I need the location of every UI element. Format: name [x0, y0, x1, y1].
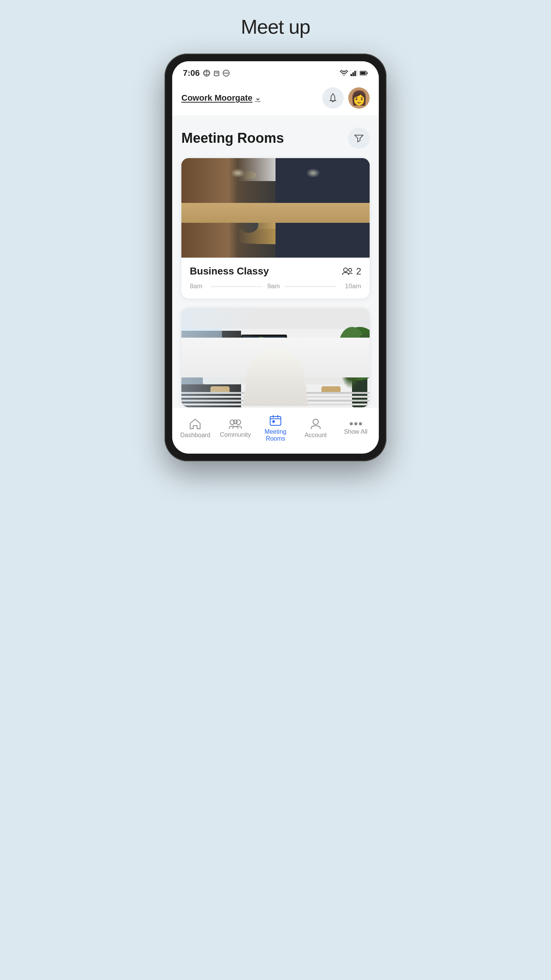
section-title: Meeting Rooms — [181, 130, 284, 146]
phone-screen: 7:06 — [172, 61, 379, 454]
nav-item-meeting-rooms[interactable]: Meeting Rooms — [256, 415, 296, 442]
svg-rect-6 — [350, 74, 352, 76]
room-capacity-1: 2 — [342, 266, 361, 277]
svg-point-29 — [302, 172, 318, 179]
svg-rect-39 — [181, 308, 222, 384]
svg-point-76 — [354, 422, 357, 425]
svg-rect-69 — [270, 416, 281, 425]
nav-label-dashboard: Dashboard — [180, 432, 210, 439]
nav-icons — [322, 87, 370, 109]
workspace-selector[interactable]: Cowork Moorgate ⌄ — [181, 93, 261, 103]
svg-point-77 — [359, 422, 362, 425]
status-bar: 7:06 — [172, 61, 379, 82]
svg-point-61 — [356, 333, 370, 367]
nav-label-show-all: Show All — [344, 428, 367, 435]
more-icon — [349, 421, 363, 426]
notification-button[interactable] — [322, 87, 344, 109]
calendar-icon — [269, 415, 282, 426]
svg-rect-63 — [181, 396, 370, 398]
svg-rect-37 — [181, 308, 370, 407]
do-not-disturb-icon — [223, 70, 230, 77]
svg-point-68 — [233, 420, 237, 424]
svg-rect-22 — [333, 158, 341, 258]
main-content: Meeting Rooms — [172, 116, 379, 407]
svg-rect-73 — [272, 420, 275, 423]
nav-item-account[interactable]: Account — [295, 418, 336, 439]
svg-rect-50 — [249, 386, 268, 394]
battery-icon — [360, 70, 368, 76]
signal-icon — [350, 70, 357, 76]
svg-point-55 — [256, 337, 266, 346]
room-image-1 — [181, 158, 370, 258]
svg-rect-48 — [302, 348, 321, 356]
app-title: Meet up — [241, 15, 310, 38]
svg-point-36 — [349, 268, 352, 271]
svg-point-31 — [239, 217, 258, 233]
svg-point-74 — [313, 419, 318, 425]
phone-device: 7:06 — [165, 54, 386, 461]
sim-icon — [214, 70, 220, 77]
user-avatar-button[interactable] — [348, 87, 370, 109]
svg-rect-58 — [352, 365, 367, 407]
svg-rect-38 — [181, 331, 241, 407]
bottom-nav: Dashboard Community — [172, 407, 379, 454]
user-avatar — [348, 87, 370, 109]
nav-item-dashboard[interactable]: Dashboard — [175, 418, 215, 439]
svg-rect-56 — [276, 344, 285, 355]
svg-rect-26 — [214, 214, 337, 237]
room-card-2[interactable] — [181, 308, 370, 407]
svg-rect-17 — [203, 162, 222, 254]
svg-rect-42 — [243, 336, 285, 363]
room-info-1: Business Classy 2 — [181, 258, 370, 299]
svg-rect-65 — [181, 403, 370, 405]
workspace-name: Cowork Moorgate — [181, 93, 253, 103]
svg-point-54 — [253, 338, 269, 350]
account-icon — [310, 418, 321, 430]
filter-button[interactable] — [348, 127, 370, 149]
svg-point-33 — [312, 217, 331, 233]
svg-rect-51 — [287, 386, 306, 394]
svg-point-59 — [339, 327, 370, 381]
chevron-down-icon: ⌄ — [255, 94, 261, 102]
svg-point-30 — [220, 217, 239, 233]
svg-rect-11 — [360, 72, 366, 75]
nav-item-community[interactable]: Community — [215, 418, 256, 438]
svg-point-32 — [293, 217, 312, 233]
nav-label-account: Account — [305, 432, 327, 439]
room-card-1[interactable]: Business Classy 2 — [181, 158, 370, 299]
svg-point-60 — [339, 327, 365, 365]
time-mid-1: 9am — [264, 283, 283, 290]
nav-label-meeting-rooms: Meeting Rooms — [256, 428, 296, 442]
svg-rect-7 — [352, 72, 354, 76]
section-header: Meeting Rooms — [181, 127, 370, 149]
svg-rect-53 — [256, 344, 266, 355]
svg-rect-40 — [181, 308, 370, 329]
svg-rect-62 — [181, 392, 370, 394]
svg-rect-14 — [181, 158, 370, 181]
svg-point-28 — [241, 172, 256, 179]
svg-rect-20 — [302, 158, 310, 258]
community-icon — [228, 418, 242, 429]
svg-rect-16 — [181, 162, 199, 254]
svg-rect-23 — [348, 158, 356, 258]
time-end-1: 10am — [338, 283, 361, 290]
svg-rect-3 — [217, 72, 218, 74]
svg-point-57 — [273, 339, 287, 350]
home-icon — [189, 418, 201, 430]
status-time: 7:06 — [183, 68, 200, 78]
svg-rect-9 — [356, 70, 357, 76]
svg-rect-45 — [210, 348, 230, 356]
svg-rect-15 — [181, 158, 233, 258]
svg-rect-19 — [287, 158, 295, 258]
nav-label-community: Community — [220, 431, 251, 438]
filter-icon — [354, 134, 364, 143]
svg-rect-44 — [203, 377, 348, 384]
status-icons-right — [340, 70, 368, 76]
wifi-icon — [340, 70, 348, 76]
data-icon — [203, 70, 210, 77]
svg-rect-2 — [215, 72, 217, 74]
timeline-1: 8am 9am 10am — [190, 283, 361, 290]
svg-rect-13 — [181, 158, 370, 258]
nav-item-show-all[interactable]: Show All — [336, 421, 376, 435]
people-icon-1 — [342, 267, 353, 276]
